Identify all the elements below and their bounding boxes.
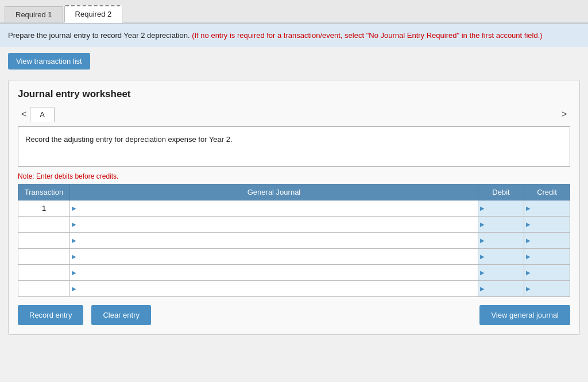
debit-arrow-icon-0: ▶ [480,205,485,211]
instruction-main-text: Prepare the journal entry to record Year… [8,31,190,40]
worksheet-container: Journal entry worksheet < A > Record the… [8,80,580,335]
tab-required1[interactable]: Required 1 [5,6,63,22]
cell-general-journal-3[interactable]: ▶ [70,248,478,264]
instruction-red-text: (If no entry is required for a transacti… [192,31,542,40]
cell-transaction-3 [18,248,70,264]
debit-arrow-icon-1: ▶ [480,221,485,227]
credit-arrow-icon-5: ▶ [526,285,531,292]
cell-general-journal-0[interactable]: ▶ [70,200,478,216]
cell-credit-0[interactable]: ▶ [524,200,570,216]
debit-arrow-icon-2: ▶ [480,237,485,244]
cell-transaction-5 [18,280,70,296]
input-credit-0[interactable] [535,204,567,213]
cell-credit-3[interactable]: ▶ [524,248,570,264]
input-credit-4[interactable] [535,268,567,277]
debit-arrow-icon-3: ▶ [480,253,485,260]
cell-debit-2[interactable]: ▶ [478,232,524,248]
tabs-bar: Required 1 Required 2 [0,0,588,24]
nav-right-arrow[interactable]: > [558,107,570,122]
cell-general-journal-2[interactable]: ▶ [70,232,478,248]
col-header-general-journal: General Journal [70,184,478,200]
cell-debit-0[interactable]: ▶ [478,200,524,216]
cell-credit-4[interactable]: ▶ [524,264,570,280]
nav-left-arrow[interactable]: < [18,107,30,122]
col-header-credit: Credit [524,184,570,200]
instruction-banner: Prepare the journal entry to record Year… [0,24,588,47]
input-general-journal-1[interactable] [80,220,475,229]
entry-tab-a[interactable]: A [30,107,55,122]
input-general-journal-5[interactable] [80,284,475,293]
debit-arrow-icon-4: ▶ [480,269,485,276]
debit-arrow-icon-5: ▶ [480,285,485,292]
journal-table: Transaction General Journal Debit Credit… [18,184,570,297]
cell-general-journal-1[interactable]: ▶ [70,216,478,232]
input-debit-2[interactable] [489,236,521,245]
input-debit-5[interactable] [489,284,521,293]
cell-debit-1[interactable]: ▶ [478,216,524,232]
col-header-transaction: Transaction [18,184,70,200]
cell-transaction-4 [18,264,70,280]
note-text: Note: Enter debits before credits. [18,172,570,180]
cell-credit-5[interactable]: ▶ [524,280,570,296]
cell-arrow-icon-1: ▶ [72,221,76,227]
input-debit-0[interactable] [489,204,521,213]
credit-arrow-icon-4: ▶ [526,269,531,276]
input-credit-5[interactable] [535,284,567,293]
input-general-journal-0[interactable] [80,204,475,213]
cell-arrow-icon-0: ▶ [72,205,76,211]
cell-transaction-0: 1 [18,200,70,216]
table-row: ▶▶▶ [18,216,570,232]
col-header-debit: Debit [478,184,524,200]
tab-required2[interactable]: Required 2 [64,5,123,23]
input-general-journal-3[interactable] [80,252,475,261]
table-row: ▶▶▶ [18,232,570,248]
cell-arrow-icon-3: ▶ [72,253,76,260]
cell-credit-2[interactable]: ▶ [524,232,570,248]
credit-arrow-icon-0: ▶ [526,205,531,211]
cell-debit-4[interactable]: ▶ [478,264,524,280]
view-transaction-list-button[interactable]: View transaction list [8,53,90,70]
description-box: Record the adjusting entry for depreciat… [18,126,570,167]
input-credit-1[interactable] [535,220,567,229]
cell-arrow-icon-5: ▶ [72,285,76,292]
record-entry-button[interactable]: Record entry [18,305,83,325]
input-debit-1[interactable] [489,220,521,229]
page-wrapper: Required 1 Required 2 Prepare the journa… [0,0,588,382]
input-credit-3[interactable] [535,252,567,261]
cell-transaction-1 [18,216,70,232]
cell-general-journal-4[interactable]: ▶ [70,264,478,280]
input-general-journal-4[interactable] [80,268,475,277]
cell-transaction-2 [18,232,70,248]
table-row: 1▶▶▶ [18,200,570,216]
credit-arrow-icon-3: ▶ [526,253,531,260]
input-debit-3[interactable] [489,252,521,261]
view-general-journal-button[interactable]: View general journal [479,305,570,325]
input-general-journal-2[interactable] [80,236,475,245]
table-row: ▶▶▶ [18,280,570,296]
cell-debit-3[interactable]: ▶ [478,248,524,264]
cell-credit-1[interactable]: ▶ [524,216,570,232]
table-row: ▶▶▶ [18,264,570,280]
input-credit-2[interactable] [535,236,567,245]
input-debit-4[interactable] [489,268,521,277]
cell-arrow-icon-2: ▶ [72,237,76,244]
worksheet-title: Journal entry worksheet [18,88,570,100]
cell-general-journal-5[interactable]: ▶ [70,280,478,296]
entry-tabs-row: < A > [18,107,570,122]
cell-arrow-icon-4: ▶ [72,269,76,276]
credit-arrow-icon-2: ▶ [526,237,531,244]
table-row: ▶▶▶ [18,248,570,264]
credit-arrow-icon-1: ▶ [526,221,531,227]
clear-entry-button[interactable]: Clear entry [91,305,151,325]
cell-debit-5[interactable]: ▶ [478,280,524,296]
action-buttons: Record entry Clear entry View general jo… [18,305,570,325]
